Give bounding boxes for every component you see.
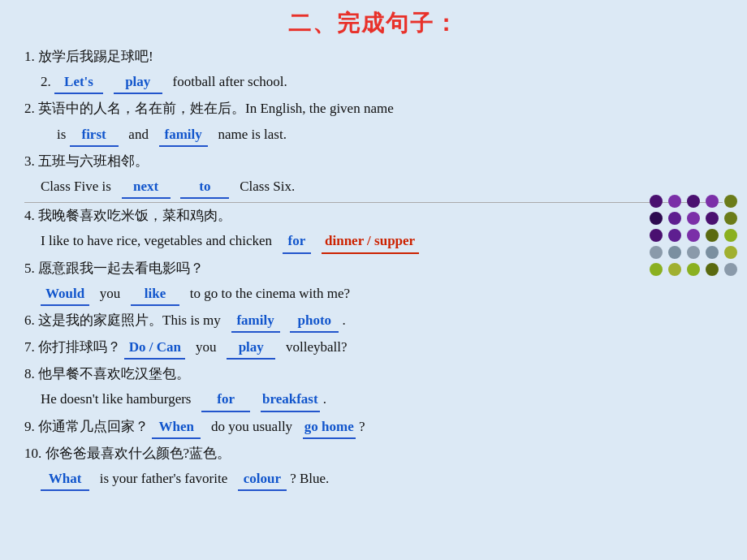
fill-blank: for	[201, 388, 250, 411]
dot	[650, 263, 663, 276]
dot	[650, 195, 663, 208]
fill-blank: to	[180, 175, 229, 199]
list-item: 2. Let's play football after school.	[24, 71, 723, 94]
fill-blank: next	[122, 175, 171, 199]
list-item: 1. 放学后我踢足球吧!	[24, 45, 723, 67]
fill-blank: like	[131, 282, 179, 306]
list-item: Class Five is next to Class Six.	[24, 175, 723, 199]
dot-decoration	[650, 195, 739, 276]
list-item: I like to have rice, vegetables and chic…	[24, 230, 723, 253]
dot	[687, 263, 700, 276]
fill-blank: Would	[41, 282, 89, 306]
fill-blank: Let's	[54, 71, 103, 94]
dot	[687, 212, 700, 225]
dot	[687, 246, 700, 259]
dot	[706, 195, 719, 208]
divider	[24, 202, 723, 203]
dot	[650, 229, 663, 242]
dot	[687, 195, 700, 208]
list-item: 8. 他早餐不喜欢吃汉堡包。	[24, 363, 723, 385]
dot	[706, 246, 719, 259]
page-title: 二、完成句子：	[24, 8, 723, 39]
list-item: 6. 这是我的家庭照片。This is my family photo .	[24, 309, 723, 333]
dot	[668, 263, 681, 276]
list-item: Would you like to go to the cinema with …	[24, 282, 723, 306]
dot	[724, 212, 737, 225]
list-item: He doesn't like hamburgers for breakfast…	[24, 388, 723, 411]
dot	[668, 195, 681, 208]
dot	[724, 195, 737, 208]
dot	[724, 229, 737, 242]
list-item: 5. 愿意跟我一起去看电影吗？	[24, 257, 723, 279]
dot	[668, 246, 681, 259]
fill-blank: When	[152, 416, 201, 439]
fill-blank: first	[70, 123, 119, 147]
list-item: 10. 你爸爸最喜欢什么颜色?蓝色。	[24, 442, 723, 464]
fill-blank: Do / Can	[124, 336, 185, 360]
fill-blank: What	[41, 467, 89, 491]
list-item: 4. 我晚餐喜欢吃米饭，菜和鸡肉。	[24, 205, 723, 226]
dot	[687, 229, 700, 242]
dot	[650, 212, 663, 225]
fill-blank: dinner / supper	[322, 230, 419, 253]
fill-blank: go home	[303, 416, 356, 439]
fill-blank: family	[231, 309, 280, 333]
dot	[668, 229, 681, 242]
list-item: 9. 你通常几点回家？ When do you usually go home …	[24, 416, 723, 439]
fill-blank: colour	[238, 467, 287, 491]
list-item: is first and family name is last.	[24, 123, 723, 147]
fill-blank: breakfast	[261, 388, 320, 411]
dot	[706, 212, 719, 225]
fill-blank: play	[114, 71, 162, 94]
list-item: What is your father's favorite colour ? …	[24, 467, 723, 491]
fill-blank: family	[159, 123, 208, 147]
list-item: 7. 你打排球吗？ Do / Can you play volleyball?	[24, 336, 723, 360]
list-item: 2. 英语中的人名，名在前，姓在后。In English, the given …	[24, 97, 723, 119]
fill-blank: photo	[290, 309, 339, 333]
dot	[650, 246, 663, 259]
dot	[724, 246, 737, 259]
dot	[724, 263, 737, 276]
fill-blank: for	[283, 230, 311, 253]
dot	[706, 263, 719, 276]
dot	[668, 212, 681, 225]
page: 二、完成句子： 1. 放学后我踢足球吧! 2. Let's play footb…	[0, 0, 747, 560]
fill-blank: play	[227, 336, 275, 360]
dot	[706, 229, 719, 242]
list-item: 3. 五班与六班相邻。	[24, 150, 723, 172]
